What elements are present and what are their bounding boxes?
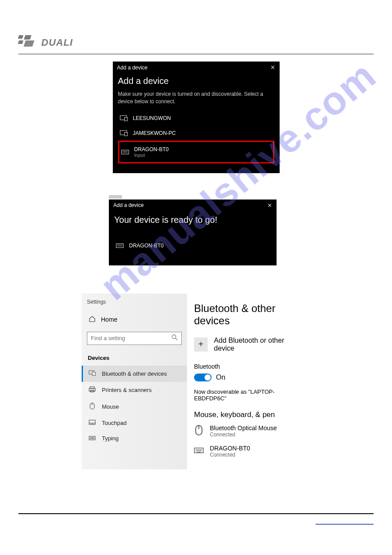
nav-label: Touchpad <box>102 420 126 426</box>
keyboard-icon <box>116 243 124 249</box>
nav-group-label: Devices <box>82 350 187 366</box>
nav-label: Typing <box>102 435 119 442</box>
device-name: JAMESKWON-PC <box>133 130 176 136</box>
settings-sidebar: Settings Home Devices <box>82 294 187 469</box>
device-item: DRAGON-BT0 <box>114 238 271 253</box>
mouse-icon <box>89 403 96 411</box>
svg-rect-4 <box>121 150 129 154</box>
device-item[interactable]: LEESUNGWON <box>118 111 274 126</box>
device-name: DRAGON-BT0 <box>134 146 169 152</box>
nav-mouse[interactable]: Mouse <box>82 398 187 415</box>
nav-touchpad[interactable]: Touchpad <box>82 415 187 431</box>
nav-label: Bluetooth & other devices <box>102 370 167 377</box>
paired-device[interactable]: DRAGON-BT0 Connected <box>194 445 305 458</box>
device-status: Connected <box>210 432 277 438</box>
keyboard-icon <box>121 149 129 155</box>
devices-icon <box>89 370 96 377</box>
bluetooth-label: Bluetooth <box>194 363 305 370</box>
nav-typing[interactable]: Typing <box>82 431 187 446</box>
nav-home-label: Home <box>101 316 117 323</box>
svg-rect-3 <box>124 132 127 136</box>
paired-device[interactable]: Bluetooth Optical Mouse Connected <box>194 424 305 438</box>
home-icon <box>89 316 96 324</box>
search-input[interactable] <box>91 335 172 341</box>
discoverable-text: Now discoverable as "LAPTOP-EBDFDP6C" <box>194 388 305 402</box>
device-item[interactable]: JAMESKWON-PC <box>118 126 274 141</box>
search-box[interactable] <box>87 332 182 345</box>
page-header: DUALI <box>18 35 374 54</box>
dialog-title: Add a device <box>117 65 147 71</box>
footer-link[interactable] <box>316 519 374 525</box>
device-name: LEESUNGWON <box>133 115 171 121</box>
nav-home[interactable]: Home <box>82 311 187 328</box>
search-icon <box>172 334 178 342</box>
brand-name: DUALI <box>41 37 73 48</box>
svg-rect-14 <box>90 387 94 388</box>
tab-stub <box>109 195 122 199</box>
close-icon[interactable]: ✕ <box>270 64 275 71</box>
keyboard-icon <box>194 445 204 456</box>
device-name: DRAGON-BT0 <box>210 445 250 452</box>
device-item-highlighted[interactable]: DRAGON-BT0 Input <box>118 141 274 163</box>
device-status: Connected <box>210 452 250 458</box>
dialog-title: Add a device <box>113 202 144 208</box>
svg-rect-15 <box>89 388 95 391</box>
close-icon[interactable]: ✕ <box>267 202 272 209</box>
svg-rect-22 <box>89 436 95 440</box>
svg-rect-13 <box>92 372 95 375</box>
page-footer <box>18 513 374 525</box>
mouse-icon <box>194 424 204 436</box>
device-name: DRAGON-BT0 <box>129 243 164 249</box>
dialog-subtitle: Make sure your device is turned on and d… <box>118 91 274 105</box>
section-heading: Mouse, keyboard, & pen <box>194 410 305 419</box>
plus-icon: + <box>194 337 208 352</box>
display-icon <box>120 130 128 136</box>
add-device-dialog: Add a device ✕ Add a device Make sure yo… <box>113 62 280 173</box>
add-device-button[interactable]: + Add Bluetooth or other device <box>194 337 305 352</box>
settings-main: Bluetooth & other devices + Add Bluetoot… <box>187 294 312 469</box>
brand-logo: DUALI <box>18 35 374 50</box>
logo-mark <box>18 35 39 50</box>
nav-label: Printers & scanners <box>102 387 151 393</box>
printer-icon <box>89 386 96 394</box>
display-icon <box>120 115 128 121</box>
add-device-label: Add Bluetooth or other device <box>214 337 305 352</box>
toggle-state: On <box>216 374 225 381</box>
settings-label: Settings <box>82 297 187 311</box>
settings-window: Settings Home Devices <box>82 294 312 469</box>
device-ready-dialog: Add a device ✕ Your device is ready to g… <box>109 200 277 265</box>
nav-printers[interactable]: Printers & scanners <box>82 382 187 398</box>
device-subtype: Input <box>134 152 169 158</box>
dialog-heading: Your device is ready to go! <box>114 215 271 225</box>
nav-bluetooth[interactable]: Bluetooth & other devices <box>82 366 187 382</box>
main-heading: Bluetooth & other devices <box>194 302 305 327</box>
svg-rect-7 <box>116 243 124 247</box>
svg-rect-1 <box>124 117 127 121</box>
device-name: Bluetooth Optical Mouse <box>210 424 277 432</box>
bluetooth-toggle[interactable] <box>194 374 212 381</box>
svg-line-11 <box>176 338 177 340</box>
touchpad-icon <box>89 420 96 426</box>
svg-point-10 <box>172 334 176 338</box>
dialog-heading: Add a device <box>118 76 274 86</box>
keyboard-icon <box>89 435 96 442</box>
nav-label: Mouse <box>102 403 119 410</box>
